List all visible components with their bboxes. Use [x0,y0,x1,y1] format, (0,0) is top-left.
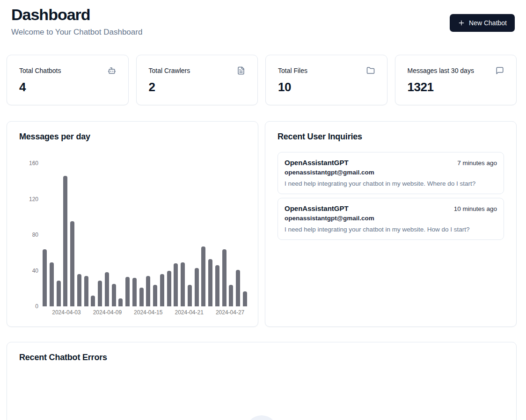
inquiry-user-email: openassistantgpt@gmail.com [285,169,497,176]
y-axis-tick-label: 0 [35,304,38,309]
inquiry-message: I need help integrating your chatbot in … [285,180,497,187]
chart-bar [84,276,88,306]
chart-bar [174,263,178,306]
chart-bar [146,276,150,306]
stat-value: 10 [278,80,375,94]
chart-bar [139,288,144,306]
recent-user-inquiries-title: Recent User Inquiries [278,132,504,142]
stat-card-messages-30-days: Messages last 30 days 1321 [395,55,517,105]
recent-user-inquiries-card: Recent User Inquiries OpenAssistantGPT 7… [265,121,517,327]
folder-icon [366,66,375,75]
stat-card-header: Total Chatbots [19,66,116,75]
stat-card-total-files: Total Files 10 [265,55,387,105]
chart-bar [153,285,157,306]
chart-bar [208,259,212,306]
stat-value: 2 [149,80,246,94]
bot-icon [108,66,116,75]
inquiry-list: OpenAssistantGPT 7 minutes ago openassis… [278,152,504,240]
chart-bar [201,246,205,306]
stat-label: Messages last 30 days [408,67,474,74]
x-axis-tick-label: 2024-04-03 [52,310,80,315]
inquiry-item-header: OpenAssistantGPT 10 minutes ago [285,204,497,212]
y-axis-tick-label: 120 [29,196,38,202]
chart-bar [112,284,116,306]
page-header: Dashboard Welcome to Your Chatbot Dashbo… [11,6,515,37]
chart-bar [43,249,47,306]
chart-bar [181,262,185,306]
chart-bar [77,274,81,306]
inquiry-user-email: openassistantgpt@gmail.com [285,215,497,222]
stat-card-header: Total Files [278,66,375,75]
chart-bar [167,271,171,307]
chart-bar [215,265,219,306]
chart-bar [98,281,102,306]
inquiry-user-name: OpenAssistantGPT [285,159,349,167]
chart-bar [243,291,247,307]
stat-label: Total Chatbots [19,67,61,74]
file-text-icon [237,66,245,75]
inquiry-item[interactable]: OpenAssistantGPT 7 minutes ago openassis… [278,152,504,194]
chart-bar [195,268,199,306]
chart-bar [125,277,130,306]
chart-bar [50,262,54,306]
stat-label: Total Crawlers [149,67,190,74]
stats-row: Total Chatbots 4 Total Crawlers 2 Total … [7,55,517,105]
dashboard-page: Dashboard Welcome to Your Chatbot Dashbo… [0,6,526,420]
chart-bar [132,278,137,306]
inquiry-timestamp: 7 minutes ago [457,159,497,167]
chart-bar [63,176,67,306]
stat-value: 1321 [408,80,504,94]
chart-bar [188,285,192,306]
chart-bar [236,270,240,306]
messages-per-day-chart: 040801201602024-04-032024-04-092024-04-1… [43,163,247,306]
inquiry-item[interactable]: OpenAssistantGPT 10 minutes ago openassi… [278,198,504,240]
inquiry-message: I need help integrating your chatbot in … [285,226,497,233]
chart-bar [229,285,233,306]
new-chatbot-button-label: New Chatbot [469,19,507,27]
x-axis-tick-label: 2024-04-09 [93,310,122,315]
stat-card-total-crawlers: Total Crawlers 2 [136,55,258,105]
empty-state-circle [246,415,278,420]
inquiry-item-header: OpenAssistantGPT 7 minutes ago [285,159,497,167]
y-axis-tick-label: 160 [29,160,38,166]
recent-chatbot-errors-card: Recent Chatbot Errors [7,342,517,420]
page-title: Dashboard [11,6,142,24]
new-chatbot-button[interactable]: New Chatbot [450,14,515,32]
stat-card-total-chatbots: Total Chatbots 4 [7,55,129,105]
page-header-text: Dashboard Welcome to Your Chatbot Dashbo… [11,6,142,37]
chart-bar [118,298,123,306]
plus-icon [458,19,465,27]
chart-bar [57,281,61,306]
recent-chatbot-errors-title: Recent Chatbot Errors [19,353,504,362]
chart-bar [70,221,74,306]
inquiry-user-name: OpenAssistantGPT [285,204,349,212]
y-axis-tick-label: 40 [32,268,38,274]
middle-row: Messages per day 040801201602024-04-0320… [7,121,517,327]
x-axis-tick-label: 2024-04-15 [134,310,162,315]
messages-per-day-title: Messages per day [19,132,246,142]
y-axis-tick-label: 80 [32,232,38,238]
x-axis-tick-label: 2024-04-21 [175,310,203,315]
messages-per-day-card: Messages per day 040801201602024-04-0320… [7,121,258,327]
stat-label: Total Files [278,67,307,74]
stat-card-header: Messages last 30 days [408,66,504,75]
page-subtitle: Welcome to Your Chatbot Dashboard [11,28,142,37]
x-axis-tick-label: 2024-04-27 [216,310,244,315]
stat-value: 4 [19,80,116,94]
inquiry-timestamp: 10 minutes ago [454,205,497,212]
message-square-icon [496,66,504,75]
chart-bar [222,249,226,306]
chart-bar [160,274,164,306]
stat-card-header: Total Crawlers [149,66,246,75]
chart-bar [91,296,95,306]
chart-bar [105,272,109,306]
